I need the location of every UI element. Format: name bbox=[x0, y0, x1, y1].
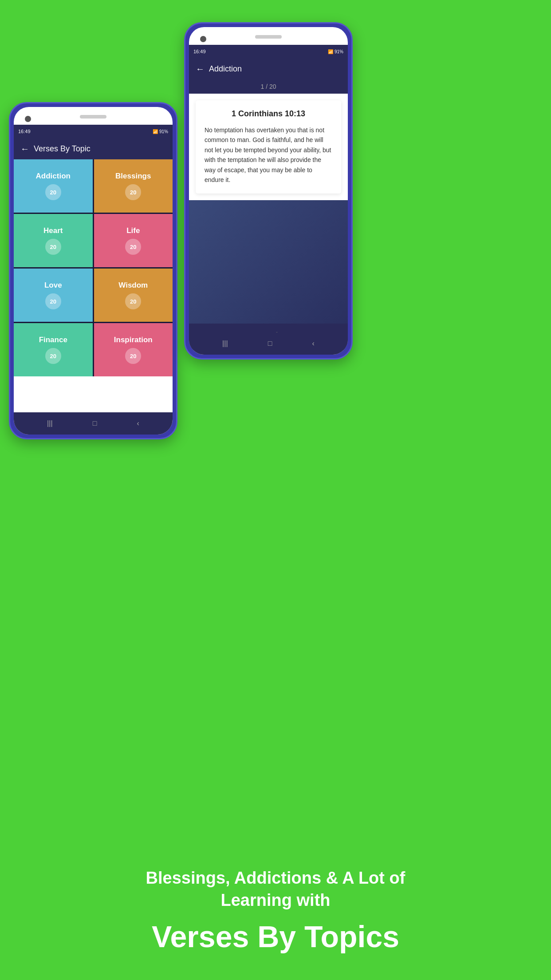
nav2-home-icon[interactable]: □ bbox=[268, 340, 272, 348]
topic-count-heart: 20 bbox=[45, 239, 61, 255]
phone2-device: 16:49 📶 91% ← Addiction 1 / 20 1 Corinth… bbox=[184, 22, 353, 360]
topic-tile-blessings[interactable]: Blessings20 bbox=[94, 159, 173, 213]
topic-name-inspiration: Inspiration bbox=[114, 336, 153, 344]
phone1-speaker bbox=[80, 115, 106, 119]
phone1-header: ← Verses By Topic bbox=[14, 138, 173, 159]
phone2-back-arrow[interactable]: ← bbox=[196, 64, 205, 74]
topic-name-blessings: Blessings bbox=[115, 172, 151, 181]
phone2-screen: 16:49 📶 91% ← Addiction 1 / 20 1 Corinth… bbox=[189, 27, 348, 355]
topic-tile-love[interactable]: Love20 bbox=[14, 269, 93, 322]
phone2-header: ← Addiction bbox=[189, 58, 348, 79]
nav2-back-icon[interactable]: ‹ bbox=[312, 340, 315, 348]
topic-count-finance: 20 bbox=[45, 348, 61, 364]
topic-tile-wisdom[interactable]: Wisdom20 bbox=[94, 269, 173, 322]
topic-grid: Addiction20Blessings20Heart20Life20Love2… bbox=[14, 159, 173, 376]
topic-name-addiction: Addiction bbox=[36, 172, 71, 181]
topic-count-wisdom: 20 bbox=[125, 293, 141, 309]
phone1-screen: 16:49 📶 91% ← Verses By Topic Addiction2… bbox=[14, 107, 173, 435]
page-indicator: 1 / 20 bbox=[189, 79, 348, 94]
verse-background bbox=[189, 200, 348, 324]
phone1-back-arrow[interactable]: ← bbox=[20, 144, 29, 154]
nav2-menu-icon[interactable]: ||| bbox=[222, 340, 228, 348]
topic-tile-heart[interactable]: Heart20 bbox=[14, 214, 93, 267]
phone2-speaker bbox=[255, 35, 282, 39]
phone1-status-bar: 16:49 📶 91% bbox=[14, 125, 173, 138]
topic-tile-life[interactable]: Life20 bbox=[94, 214, 173, 267]
tagline-text: Blessings, Addictions & A Lot ofLearning… bbox=[27, 867, 524, 911]
phone2-signal-icon: 📶 bbox=[328, 49, 333, 54]
verse-text: No temptation has overtaken you that is … bbox=[205, 125, 332, 185]
verse-reference: 1 Corinthians 10:13 bbox=[205, 109, 332, 119]
topic-name-life: Life bbox=[126, 226, 140, 235]
phone2-time: 16:49 bbox=[193, 49, 206, 54]
topic-tile-addiction[interactable]: Addiction20 bbox=[14, 159, 93, 213]
phone1-camera bbox=[25, 116, 31, 122]
nav-home-icon[interactable]: □ bbox=[93, 419, 97, 427]
phone1-title: Verses By Topic bbox=[34, 144, 91, 154]
phone2-battery: 91% bbox=[335, 49, 343, 54]
topic-name-heart: Heart bbox=[43, 226, 63, 235]
phone2-camera bbox=[200, 36, 206, 42]
bottom-section: Blessings, Addictions & A Lot ofLearning… bbox=[0, 867, 551, 953]
app-name-big: Verses By Topics bbox=[27, 920, 524, 953]
topic-count-addiction: 20 bbox=[45, 184, 61, 200]
nav-menu-icon[interactable]: ||| bbox=[47, 419, 52, 427]
topic-tile-finance[interactable]: Finance20 bbox=[14, 323, 93, 376]
topic-name-wisdom: Wisdom bbox=[118, 281, 148, 290]
topic-count-life: 20 bbox=[125, 239, 141, 255]
topic-name-love: Love bbox=[44, 281, 62, 290]
verse-card: 1 Corinthians 10:13 No temptation has ov… bbox=[196, 100, 341, 194]
nav-back-icon[interactable]: ‹ bbox=[137, 419, 139, 427]
topic-grid-container: Addiction20Blessings20Heart20Life20Love2… bbox=[14, 159, 173, 430]
topic-tile-inspiration[interactable]: Inspiration20 bbox=[94, 323, 173, 376]
phone1-home-bar: ||| □ ‹ bbox=[14, 412, 173, 435]
phone1-time: 16:49 bbox=[18, 129, 31, 134]
topic-count-inspiration: 20 bbox=[125, 348, 141, 364]
phone2-title: Addiction bbox=[209, 64, 242, 74]
topic-name-finance: Finance bbox=[39, 336, 67, 344]
topic-count-blessings: 20 bbox=[125, 184, 141, 200]
phone1-device: 16:49 📶 91% ← Verses By Topic Addiction2… bbox=[9, 102, 177, 439]
phone1-battery: 91% bbox=[159, 129, 168, 134]
phone1-signal-icon: 📶 bbox=[153, 129, 158, 134]
phone2-status-bar: 16:49 📶 91% bbox=[189, 45, 348, 58]
phone2-home-bar: ||| □ ‹ bbox=[189, 332, 348, 355]
topic-count-love: 20 bbox=[45, 293, 61, 309]
